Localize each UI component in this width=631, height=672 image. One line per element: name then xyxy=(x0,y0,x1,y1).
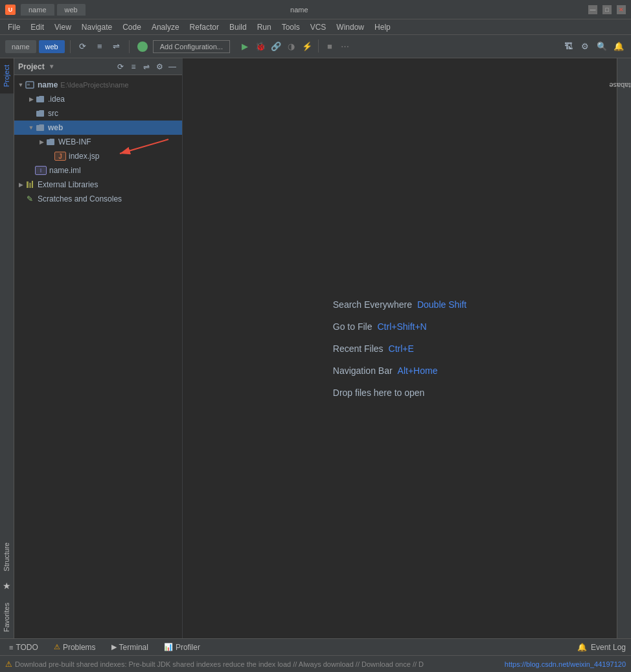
status-url[interactable]: https://blog.csdn.net/weixin_44197120 xyxy=(505,660,626,668)
editor-hints: Search Everywhere Double Shift Go to Fil… xyxy=(333,299,466,398)
debug-button[interactable]: 🐞 xyxy=(253,40,268,54)
sidebar-item-structure[interactable]: Structure xyxy=(0,536,14,578)
tree-item-webinf[interactable]: ▶ WEB-INF xyxy=(14,135,182,149)
menu-file[interactable]: File xyxy=(3,21,25,33)
menu-code[interactable]: Code xyxy=(117,21,146,33)
status-warning: ⚠ Download pre-built shared indexes: Pre… xyxy=(5,660,424,669)
sidebar-item-favorites[interactable]: Favorites xyxy=(0,596,14,638)
file-icon-jsp: J xyxy=(54,152,66,161)
attach-debugger-button[interactable]: 🔗 xyxy=(269,40,283,54)
stop-button[interactable]: ■ xyxy=(323,40,337,54)
svg-rect-3 xyxy=(29,183,31,188)
title-tab-name[interactable]: name xyxy=(21,4,54,16)
problems-icon: ⚠ xyxy=(54,643,60,651)
project-sync-btn[interactable]: ⟳ xyxy=(115,61,126,73)
hint-label-navbar: Navigation Bar xyxy=(333,365,393,376)
toolbar-collapse-btn[interactable]: ⇌ xyxy=(109,40,124,54)
hint-label-search: Search Everywhere xyxy=(333,299,412,310)
project-expand-btn[interactable]: ⇌ xyxy=(141,61,152,73)
menu-refactor[interactable]: Refactor xyxy=(185,21,224,33)
menu-view[interactable]: View xyxy=(49,21,76,33)
window-controls: — □ ✕ xyxy=(588,5,626,14)
notifications-button[interactable]: 🔔 xyxy=(612,40,626,54)
status-text: Download pre-built shared indexes: Pre-b… xyxy=(15,660,424,668)
run-button[interactable]: ▶ xyxy=(238,40,252,54)
menu-vcs[interactable]: VCS xyxy=(305,21,332,33)
sidebar-item-database[interactable]: Database xyxy=(602,79,631,92)
hint-row-gotofile: Go to File Ctrl+Shift+N xyxy=(333,321,427,332)
tree-label-indexjsp: index.jsp xyxy=(69,152,99,161)
hint-row-drop: Drop files here to open xyxy=(333,388,425,398)
left-tab-strip: Project Structure ★ Favorites xyxy=(0,58,14,638)
tree-item-scratches[interactable]: ✎ Scratches and Consoles xyxy=(14,192,182,206)
profiler-label: Profiler xyxy=(176,643,200,652)
svg-rect-1 xyxy=(27,84,30,86)
bottom-tab-problems[interactable]: ⚠ Problems xyxy=(50,642,100,653)
run-indicator xyxy=(137,41,148,52)
menu-navigate[interactable]: Navigate xyxy=(76,21,117,33)
close-button[interactable]: ✕ xyxy=(617,5,626,14)
add-configuration-button[interactable]: Add Configuration... xyxy=(153,40,230,53)
folder-icon-src xyxy=(35,108,45,119)
bottom-tab-todo[interactable]: ≡ TODO xyxy=(5,642,42,653)
hint-label-gotofile: Go to File xyxy=(333,321,373,332)
app-title: name xyxy=(290,6,308,14)
bottom-tab-profiler[interactable]: 📊 Profiler xyxy=(160,642,204,653)
menu-edit[interactable]: Edit xyxy=(25,21,49,33)
toolbar-tree-btn[interactable]: ≡ xyxy=(93,40,107,54)
tree-arrow-web: ▼ xyxy=(27,124,35,132)
main-layout: Project Structure ★ Favorites Project ▼ … xyxy=(0,58,631,638)
project-dropdown-arrow[interactable]: ▼ xyxy=(49,63,55,70)
tree-item-nameiml[interactable]: I name.iml xyxy=(14,163,182,178)
project-label: Project xyxy=(18,62,45,71)
more-button[interactable]: ⋯ xyxy=(338,40,352,54)
tree-item-idea[interactable]: ▶ .idea xyxy=(14,92,182,106)
maximize-button[interactable]: □ xyxy=(602,5,612,14)
project-list-btn[interactable]: ≡ xyxy=(128,61,139,73)
minimize-button[interactable]: — xyxy=(588,5,597,14)
favorites-icon[interactable]: ★ xyxy=(3,581,11,591)
scratches-icon: ✎ xyxy=(25,194,35,204)
menu-window[interactable]: Window xyxy=(331,21,369,33)
toolbar-tab-name[interactable]: name xyxy=(5,40,36,53)
profile-button[interactable]: ⚡ xyxy=(300,40,314,54)
title-tab-web[interactable]: web xyxy=(57,4,86,16)
tree-item-src[interactable]: src xyxy=(14,106,182,121)
tree-label-extlibs: External Libraries xyxy=(38,180,98,189)
toolbar-separator-3 xyxy=(318,40,319,52)
settings-button[interactable]: ⚙ xyxy=(578,40,592,54)
menu-build[interactable]: Build xyxy=(224,21,252,33)
problems-label: Problems xyxy=(63,643,96,652)
menu-analyze[interactable]: Analyze xyxy=(146,21,185,33)
tree-item-root[interactable]: ▼ name E:\IdeaProjects\name xyxy=(14,78,182,92)
search-everywhere-button[interactable]: 🔍 xyxy=(595,40,609,54)
tree-label-scratches: Scratches and Consoles xyxy=(38,194,122,203)
project-settings-btn[interactable]: ⚙ xyxy=(154,61,165,73)
folder-icon-idea xyxy=(35,94,45,104)
tree-item-indexjsp[interactable]: J index.jsp xyxy=(14,149,182,163)
bottom-tab-terminal[interactable]: ▶ Terminal xyxy=(108,642,152,653)
svg-rect-4 xyxy=(32,181,33,188)
menu-tools[interactable]: Tools xyxy=(277,21,305,33)
tree-label-nameiml: name.iml xyxy=(49,166,81,175)
toolbar-separator-2 xyxy=(129,40,130,53)
tree-label-web: web xyxy=(48,123,63,132)
hint-row-recentfiles: Recent Files Ctrl+E xyxy=(333,343,414,354)
project-header: Project ▼ ⟳ ≡ ⇌ ⚙ — xyxy=(14,58,182,75)
toolbar-tab-web[interactable]: web xyxy=(39,40,65,53)
event-log-label[interactable]: Event Log xyxy=(591,643,626,652)
terminal-label: Terminal xyxy=(119,643,148,652)
tree-item-extlibs[interactable]: ▶ External Libraries xyxy=(14,178,182,192)
file-icon-iml: I xyxy=(35,166,47,175)
external-libs-icon xyxy=(25,180,35,190)
hint-shortcut-recentfiles: Ctrl+E xyxy=(389,343,414,354)
menu-run[interactable]: Run xyxy=(252,21,277,33)
menu-help[interactable]: Help xyxy=(369,21,396,33)
todo-label: TODO xyxy=(16,643,38,652)
toolbar-sync-btn[interactable]: ⟳ xyxy=(76,40,90,54)
coverage-button[interactable]: ◑ xyxy=(284,40,299,54)
sidebar-item-project[interactable]: Project xyxy=(0,58,14,93)
project-structure-button[interactable]: 🏗 xyxy=(561,40,575,54)
project-minimize-btn[interactable]: — xyxy=(166,61,178,73)
tree-item-web[interactable]: ▼ web xyxy=(14,121,182,135)
